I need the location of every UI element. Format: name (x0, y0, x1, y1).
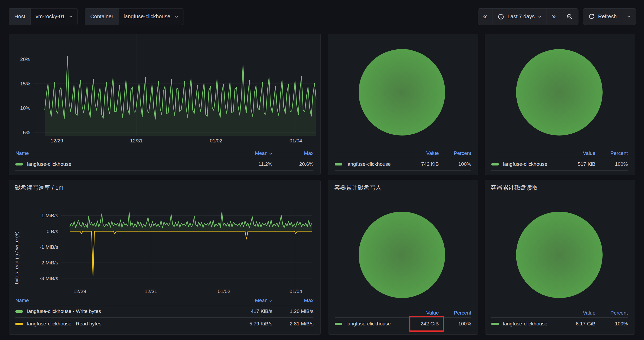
legend-header-row: ValuePercent (491, 149, 628, 158)
legend-series-name[interactable]: langfuse-clickhouse (335, 321, 406, 327)
legend-value-cell: 20.6% (272, 161, 314, 167)
panel-title[interactable]: 容器累计磁盘写入 (334, 184, 478, 192)
container-variable-label: Container (85, 8, 119, 25)
series-color-swatch-icon (335, 163, 342, 165)
time-range-text: Last 7 days (508, 14, 535, 20)
series-name-text: langfuse-clickhouse (503, 161, 547, 167)
svg-text:01/04: 01/04 (290, 138, 302, 143)
cpu-usage-timeseries-chart[interactable]: 20%15%10%5%12/2912/3101/0201/04 (9, 34, 321, 148)
legend-row[interactable]: langfuse-clickhouse742 KiB100% (335, 158, 471, 170)
pie-chart[interactable] (359, 49, 445, 136)
dashboard-toolbar: Host vm-rocky-01 Container langfuse-clic… (0, 0, 644, 34)
legend-value-cell: 417 KiB/s (231, 308, 272, 314)
legend-value-cell: 11.2% (231, 161, 272, 167)
panel-title[interactable]: 容器累计磁盘读取 (491, 184, 635, 192)
host-variable-control: Host vm-rocky-01 (9, 8, 78, 25)
legend-series-name[interactable]: langfuse-clickhouse - Write bytes (15, 308, 231, 314)
series-color-swatch-icon (15, 310, 23, 313)
legend-header-mean[interactable]: Mean (231, 150, 272, 156)
legend-value-cell: 1.20 MiB/s (272, 308, 314, 314)
host-variable-label: Host (9, 8, 31, 25)
legend-series-name[interactable]: langfuse-clickhouse - Read bytes (15, 321, 231, 327)
series-name-text: langfuse-clickhouse (27, 161, 71, 167)
double-chevron-left-icon: « (483, 13, 487, 20)
refresh-label: Refresh (598, 14, 617, 20)
series-color-swatch-icon (491, 163, 499, 165)
chevron-down-icon (69, 15, 73, 18)
svg-text:01/02: 01/02 (218, 289, 230, 294)
refresh-group: Refresh (583, 8, 636, 25)
legend-series-name[interactable]: langfuse-clickhouse (491, 161, 563, 167)
legend-row[interactable]: langfuse-clickhouse6.17 GiB100% (491, 317, 628, 330)
legend-row[interactable]: langfuse-clickhouse242 GiB100% (335, 317, 471, 330)
grafana-dashboard: Host vm-rocky-01 Container langfuse-clic… (0, 0, 644, 340)
pie-chart[interactable] (516, 212, 603, 298)
refresh-interval-dropdown[interactable] (622, 8, 636, 25)
legend-header-value[interactable]: Value (406, 310, 439, 316)
time-range-picker-button[interactable]: Last 7 days (492, 8, 547, 25)
svg-text:01/02: 01/02 (210, 138, 222, 143)
legend-header-row: NameMeanMax (15, 149, 314, 158)
legend-value-cell: 100% (439, 161, 471, 167)
series-color-swatch-icon (335, 323, 342, 325)
legend-header-row: ValuePercent (491, 308, 628, 317)
series-name-text: langfuse-clickhouse (346, 321, 391, 327)
legend-header-name[interactable]: Name (15, 298, 231, 303)
legend-header-percent[interactable]: Percent (439, 310, 471, 316)
chevron-down-icon (627, 15, 631, 18)
refresh-button[interactable]: Refresh (583, 8, 622, 25)
series-name-text: langfuse-clickhouse - Write bytes (27, 308, 101, 314)
disk-io-legend: NameMeanMaxlangfuse-clickhouse - Write b… (15, 296, 314, 330)
template-variables: Host vm-rocky-01 Container langfuse-clic… (9, 8, 183, 25)
legend-header-row: ValuePercent (335, 149, 471, 158)
legend-header-max[interactable]: Max (272, 150, 314, 156)
panel-title[interactable]: 磁盘读写速率 / 1m (15, 184, 320, 192)
legend-series-name[interactable]: langfuse-clickhouse (15, 161, 231, 167)
legend-series-name[interactable]: langfuse-clickhouse (335, 161, 406, 167)
pie-chart[interactable] (359, 212, 445, 298)
legend-header-value[interactable]: Value (406, 150, 439, 156)
legend-header-mean[interactable]: Mean (231, 298, 272, 303)
legend-header-row: ValuePercent (335, 308, 471, 317)
legend-header-percent[interactable]: Percent (439, 150, 471, 156)
legend-value-cell: 100% (439, 321, 471, 327)
series-color-swatch-icon (15, 163, 23, 165)
time-picker-group: « Last 7 days » (478, 8, 578, 25)
series-name-text: langfuse-clickhouse - Read bytes (27, 321, 101, 327)
legend-header-percent[interactable]: Percent (595, 150, 628, 156)
legend-header-value[interactable]: Value (563, 310, 595, 316)
legend-value-cell: 517 KiB (563, 161, 595, 167)
time-shift-back-button[interactable]: « (478, 8, 492, 25)
pie-chart[interactable] (516, 49, 603, 136)
svg-text:12/31: 12/31 (130, 138, 143, 143)
svg-text:5%: 5% (23, 130, 31, 135)
legend-header-percent[interactable]: Percent (595, 310, 628, 316)
legend-value-cell: 742 KiB (406, 161, 439, 167)
panel-pie-top-middle: ValuePercentlangfuse-clickhouse742 KiB10… (328, 34, 478, 175)
host-variable-value[interactable]: vm-rocky-01 (31, 8, 78, 25)
legend-header-name[interactable]: Name (15, 150, 231, 156)
legend-row[interactable]: langfuse-clickhouse517 KiB100% (491, 158, 628, 170)
panel-disk-io-rate: 磁盘读写速率 / 1m bytes read (-) / write (+) 1… (9, 180, 321, 335)
panel-cpu-usage: 20%15%10%5%12/2912/3101/0201/04 NameMean… (9, 34, 321, 175)
svg-text:-3 MiB/s: -3 MiB/s (40, 276, 58, 281)
svg-text:1 MiB/s: 1 MiB/s (41, 213, 58, 218)
panel-disk-read-total: 容器累计磁盘读取 ValuePercentlangfuse-clickhouse… (485, 180, 635, 335)
svg-text:-1 MiB/s: -1 MiB/s (40, 244, 58, 250)
legend-header-value[interactable]: Value (563, 150, 595, 156)
chevron-down-icon (538, 15, 542, 18)
container-variable-value[interactable]: langfuse-clickhouse (119, 8, 183, 25)
legend-row[interactable]: langfuse-clickhouse11.2%20.6% (15, 158, 314, 170)
legend-row[interactable]: langfuse-clickhouse - Read bytes5.79 KiB… (15, 317, 314, 330)
time-shift-forward-button[interactable]: » (547, 8, 561, 25)
legend-value-cell: 242 GiB (406, 321, 439, 327)
legend-row[interactable]: langfuse-clickhouse - Write bytes417 KiB… (15, 305, 314, 317)
legend-header-max[interactable]: Max (272, 298, 314, 303)
svg-text:10%: 10% (20, 105, 30, 111)
legend-value-cell: 100% (595, 161, 628, 167)
legend-value-cell: 5.79 KiB/s (231, 321, 272, 327)
legend-series-name[interactable]: langfuse-clickhouse (491, 321, 563, 327)
disk-io-timeseries-chart[interactable]: 1 MiB/s0 B/s-1 MiB/s-2 MiB/s-3 MiB/s12/2… (9, 196, 321, 302)
zoom-out-time-button[interactable] (561, 8, 578, 25)
series-name-text: langfuse-clickhouse (503, 321, 547, 327)
